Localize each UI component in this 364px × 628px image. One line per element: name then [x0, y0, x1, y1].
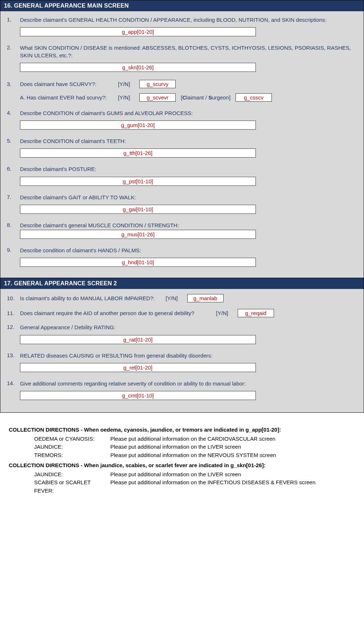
section-16: 16. GENERAL APPEARANCE MAIN SCREEN 1. De…	[0, 0, 364, 278]
q1-row: 1. Describe claimant's GENERAL HEALTH CO…	[7, 16, 357, 24]
q10-field[interactable]: g_manlab	[187, 294, 224, 302]
directions-val: Please put additional information on the…	[110, 470, 357, 479]
q3a-field2[interactable]: g_csscv	[236, 93, 272, 102]
q5-num: 5.	[7, 138, 20, 144]
q3a-label: A. Has claimant EVER had scurvy?:	[20, 94, 114, 101]
q2-row: 2. What SKIN CONDITION / DISEASE is ment…	[7, 44, 357, 59]
directions-key: JAUNDICE:	[34, 470, 110, 479]
q3a-cs-label: [Claimant / Surgeon]	[181, 94, 230, 101]
q10-num: 10.	[7, 295, 20, 301]
q3a-field1[interactable]: g_scvevr	[139, 93, 176, 102]
q6-field[interactable]: g_pst[01-10]	[20, 177, 256, 186]
directions-row: JAUNDICE:Please put additional informati…	[34, 470, 357, 479]
q5-text: Describe CONDITION of claimant's TEETH:	[20, 138, 357, 145]
q14-num: 14.	[7, 380, 20, 386]
directions-val: Please put additional information on the…	[110, 478, 357, 495]
q9-row: 9. Describe condition of claimant's HAND…	[7, 247, 357, 254]
q3-text: Does claimant have SCURVY?:	[20, 81, 114, 87]
q3a-row: A. Has claimant EVER had scurvy?: [Y/N] …	[20, 93, 357, 102]
directions-val: Please put additional information on the…	[110, 435, 357, 443]
q1-text: Describe claimant's GENERAL HEALTH CONDI…	[20, 16, 357, 24]
q13-text: RELATED diseases CAUSING or RESULTING fr…	[20, 352, 357, 359]
q4-field[interactable]: g_gum[01-20]	[20, 121, 256, 130]
directions-key: TREMORS:	[34, 451, 110, 460]
q13-field[interactable]: g_rel[01-20]	[20, 363, 256, 372]
directions-rows-1: OEDEMA or CYANOSIS:Please put additional…	[9, 435, 357, 460]
q11-field[interactable]: g_reqaid	[238, 309, 274, 317]
q3-field[interactable]: g_scurvy	[139, 80, 176, 88]
directions-row: OEDEMA or CYANOSIS:Please put additional…	[34, 435, 357, 443]
q14-text: Give additional comments regarding relat…	[20, 380, 357, 387]
directions-key: JAUNDICE:	[34, 443, 110, 451]
q10-row: 10. Is claimant's ability to do MANUAL L…	[7, 294, 357, 302]
q7-field[interactable]: g_gai[01-10]	[20, 205, 256, 214]
directions-row: JAUNDICE:Please put additional informati…	[34, 443, 357, 451]
q4-num: 4.	[7, 110, 20, 116]
q11-text: Does claimant require the AID of another…	[20, 310, 194, 316]
q3-num: 3.	[7, 81, 20, 87]
section-17: 17. GENERAL APPEARANCE SCREEN 2 10. Is c…	[0, 278, 364, 412]
q3-yn: [Y/N]	[118, 81, 130, 87]
q7-row: 7. Describe claimant's GAIT or ABILITY T…	[7, 194, 357, 201]
form-page: 16. GENERAL APPEARANCE MAIN SCREEN 1. De…	[0, 0, 364, 413]
q8-num: 8.	[7, 222, 20, 228]
q12-field[interactable]: g_rat[01-20]	[20, 335, 256, 344]
q6-num: 6.	[7, 166, 20, 172]
q9-num: 9.	[7, 247, 20, 253]
q8-row: 8. Describe claimant's general MUSCLE CO…	[7, 222, 357, 229]
section-17-header: 17. GENERAL APPEARANCE SCREEN 2	[0, 278, 364, 289]
q10-text: Is claimant's ability to do MANUAL LABOR…	[20, 295, 155, 301]
section-17-body: 10. Is claimant's ability to do MANUAL L…	[0, 289, 364, 412]
section-16-header: 16. GENERAL APPEARANCE MAIN SCREEN	[0, 0, 364, 11]
q7-num: 7.	[7, 194, 20, 200]
q11-row: 11. Does claimant require the AID of ano…	[7, 309, 357, 317]
directions-row: TREMORS:Please put additional informatio…	[34, 451, 357, 460]
q9-text: Describe condition of claimant's HANDS /…	[20, 247, 357, 254]
q2-field[interactable]: g_skn[01-26]	[20, 63, 256, 72]
q13-num: 13.	[7, 352, 20, 358]
section-16-body: 1. Describe claimant's GENERAL HEALTH CO…	[0, 11, 364, 278]
q11-num: 11.	[7, 310, 20, 316]
directions-head-1: COLLECTION DIRECTIONS - When oedema, cya…	[9, 426, 357, 434]
q5-row: 5. Describe CONDITION of claimant's TEET…	[7, 138, 357, 145]
q2-num: 2.	[7, 44, 20, 50]
directions-key: SCABIES or SCARLET FEVER:	[34, 478, 110, 495]
directions-head-2: COLLECTION DIRECTIONS - When jaundice, s…	[9, 461, 357, 470]
q4-row: 4. Describe CONDITION of claimant's GUMS…	[7, 110, 357, 117]
q12-text: General Appearance / Debility RATING:	[20, 324, 357, 331]
q3-row: 3. Does claimant have SCURVY?: [Y/N] g_s…	[7, 80, 357, 88]
q6-row: 6. Describe claimant's POSTURE:	[7, 166, 357, 173]
q8-field[interactable]: g_mus[01-26]	[20, 230, 256, 239]
q3a-yn: [Y/N]	[118, 94, 130, 101]
q7-text: Describe claimant's GAIT or ABILITY TO W…	[20, 194, 357, 201]
q12-num: 12.	[7, 324, 20, 330]
directions-rows-2: JAUNDICE:Please put additional informati…	[9, 470, 357, 495]
q1-num: 1.	[7, 16, 20, 23]
q11-yn: [Y/N]	[216, 310, 228, 316]
directions-val: Please put additional information on the…	[110, 443, 357, 451]
q5-field[interactable]: g_tth[01-26]	[20, 148, 256, 158]
q2-text: What SKIN CONDITION / DISEASE is mention…	[20, 44, 357, 59]
q6-text: Describe claimant's POSTURE:	[20, 166, 357, 173]
q14-row: 14. Give additional comments regarding r…	[7, 380, 357, 387]
q10-yn: [Y/N]	[165, 295, 177, 301]
q13-row: 13. RELATED diseases CAUSING or RESULTIN…	[7, 352, 357, 359]
directions-val: Please put additional information on the…	[110, 451, 357, 460]
collection-directions: COLLECTION DIRECTIONS - When oedema, cya…	[0, 413, 364, 498]
q4-text: Describe CONDITION of claimant's GUMS an…	[20, 110, 357, 117]
q14-field[interactable]: g_cmt[01-10]	[20, 391, 256, 400]
q8-text: Describe claimant's general MUSCLE CONDI…	[20, 222, 357, 229]
q12-row: 12. General Appearance / Debility RATING…	[7, 324, 357, 331]
directions-row: SCABIES or SCARLET FEVER:Please put addi…	[34, 478, 357, 495]
directions-key: OEDEMA or CYANOSIS:	[34, 435, 110, 443]
q1-field[interactable]: g_app[01-20]	[20, 27, 256, 36]
q9-field[interactable]: g_hnd[01-10]	[20, 258, 256, 267]
